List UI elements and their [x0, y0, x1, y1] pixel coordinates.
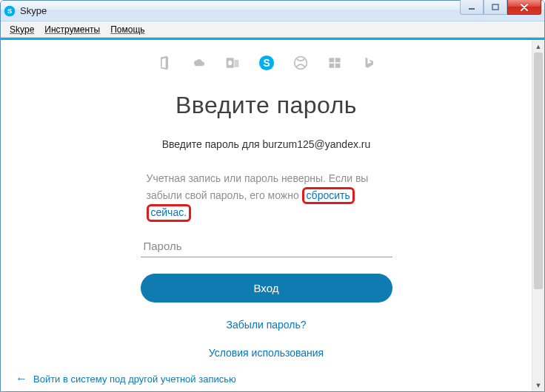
- svg-point-6: [228, 61, 232, 66]
- subheading: Введите пароль для burzum125@yandex.ru: [141, 138, 392, 150]
- highlight-box-1: сбросить: [302, 187, 355, 205]
- password-input[interactable]: [141, 235, 392, 257]
- titlebar: S Skype: [1, 1, 544, 21]
- menu-tools[interactable]: Инструменты: [40, 23, 104, 36]
- svg-rect-12: [329, 64, 334, 68]
- reset-link-part2[interactable]: сейчас.: [151, 206, 187, 218]
- minimize-button[interactable]: [460, 0, 484, 15]
- page-heading: Введите пароль: [141, 92, 392, 119]
- svg-rect-3: [492, 4, 498, 10]
- maximize-button[interactable]: [484, 0, 507, 15]
- onedrive-icon: [190, 55, 207, 71]
- office-icon: [156, 55, 173, 71]
- reset-link-part1[interactable]: сбросить: [307, 189, 350, 201]
- scroll-up-icon[interactable]: ▲: [532, 40, 544, 53]
- arrow-left-icon: ←: [16, 372, 27, 385]
- signin-button[interactable]: Вход: [141, 274, 392, 303]
- svg-text:S: S: [263, 58, 270, 69]
- window-controls: [460, 0, 541, 15]
- terms-link[interactable]: Условия использования: [141, 347, 392, 359]
- svg-rect-2: [469, 8, 475, 10]
- account-email: burzum125@yandex.ru: [263, 138, 371, 150]
- svg-point-9: [294, 57, 307, 70]
- svg-text:S: S: [7, 7, 12, 15]
- content-area: S Введите пароль Введите пароль для burz…: [1, 40, 544, 391]
- main-panel: S Введите пароль Введите пароль для burz…: [1, 40, 532, 391]
- outlook-icon: [224, 55, 241, 71]
- vertical-scrollbar[interactable]: ▲ ▼: [532, 40, 544, 391]
- forgot-password-link[interactable]: Забыли пароль?: [141, 319, 392, 331]
- app-window: S Skype Skype Инструменты Помощь: [0, 0, 545, 392]
- windows-icon: [327, 55, 343, 71]
- menubar: Skype Инструменты Помощь: [1, 21, 544, 38]
- svg-rect-13: [335, 64, 340, 68]
- highlight-box-2: сейчас.: [147, 204, 192, 222]
- error-message: Учетная запись или пароль неверны. Если …: [141, 171, 392, 222]
- skype-icon: S: [4, 5, 16, 17]
- svg-rect-11: [335, 58, 340, 62]
- svg-rect-5: [234, 60, 238, 67]
- login-form: Введите пароль Введите пароль для burzum…: [141, 92, 392, 359]
- service-icon-row: S: [1, 50, 532, 75]
- skype-service-icon: S: [258, 55, 275, 71]
- scroll-thumb[interactable]: [534, 53, 543, 289]
- menu-skype[interactable]: Skype: [5, 23, 39, 36]
- close-button[interactable]: [507, 0, 541, 15]
- bing-icon: [361, 55, 377, 71]
- other-account-link[interactable]: ← Войти в систему под другой учетной зап…: [16, 372, 236, 385]
- scroll-down-icon[interactable]: ▼: [532, 379, 544, 391]
- svg-rect-10: [329, 58, 334, 62]
- menu-help[interactable]: Помощь: [106, 23, 149, 36]
- window-title: Skype: [20, 5, 47, 16]
- xbox-icon: [292, 55, 309, 71]
